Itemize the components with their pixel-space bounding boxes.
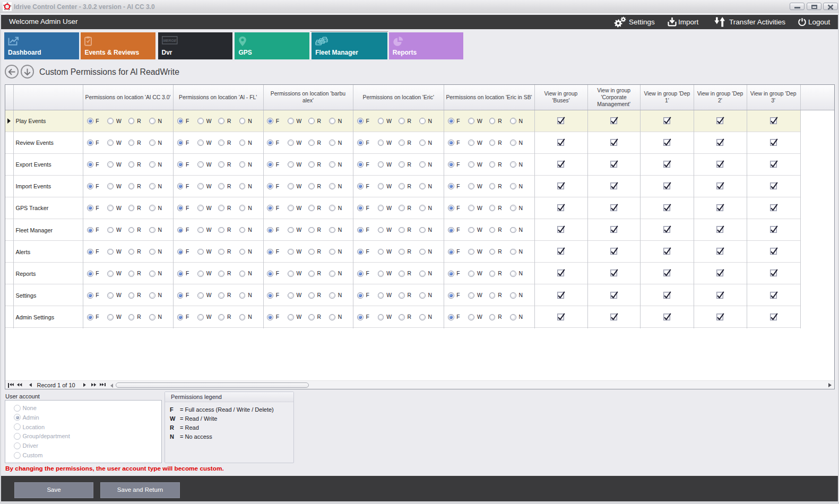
svg-text:MERGE: MERGE [163, 39, 176, 42]
